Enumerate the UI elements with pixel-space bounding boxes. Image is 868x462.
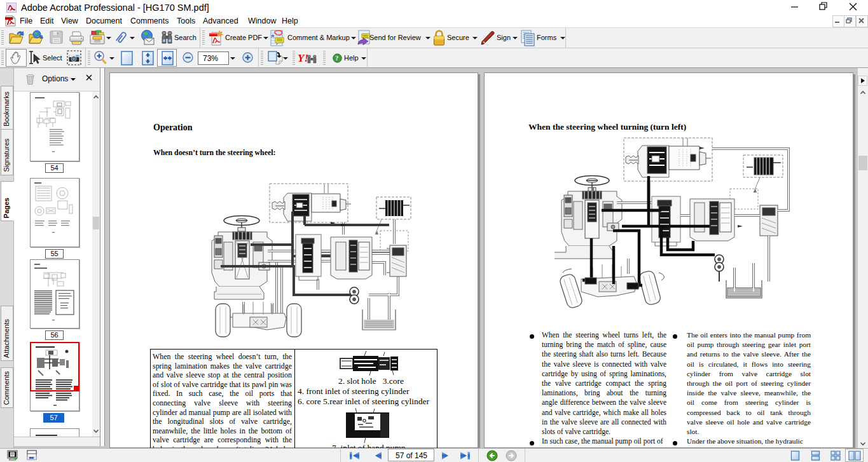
svg-text:Y!: Y! [298, 52, 308, 64]
svg-text:?: ? [335, 55, 338, 62]
